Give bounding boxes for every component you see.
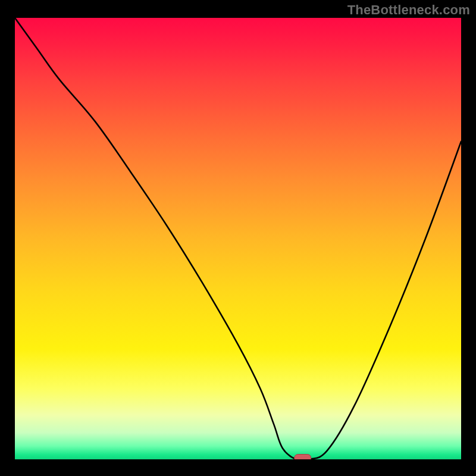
- plot-area: [15, 18, 461, 459]
- watermark-text: TheBottleneck.com: [347, 2, 470, 18]
- optimum-marker: [295, 455, 311, 460]
- curve-path: [15, 18, 461, 459]
- chart-frame: TheBottleneck.com: [0, 0, 476, 476]
- bottleneck-curve: [15, 18, 461, 459]
